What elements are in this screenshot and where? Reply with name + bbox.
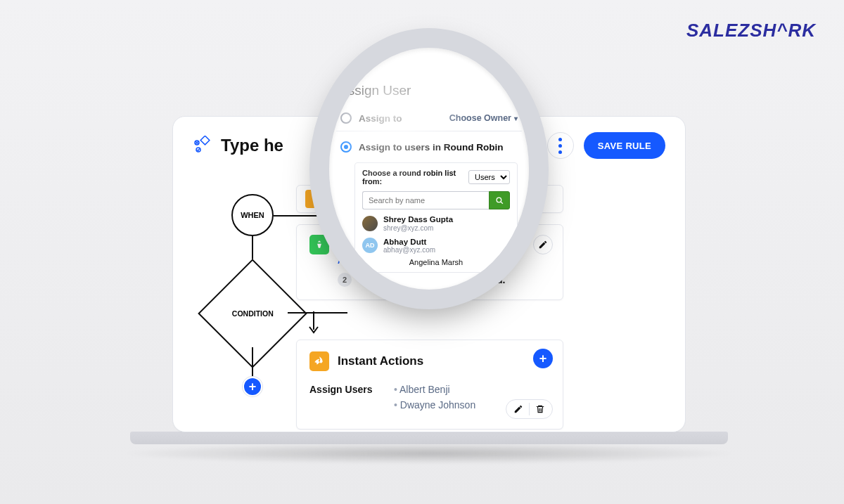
user-email: abhay@xyz.com	[383, 246, 435, 254]
step-badge: 2	[338, 273, 352, 287]
more-menu-button[interactable]	[547, 132, 574, 159]
rr-from-row: Choose a round robin list from: Users	[362, 169, 510, 186]
edit-conditions-button[interactable]	[533, 235, 553, 254]
lens-ring: Assign User Assign to Choose Owner ▾ Ass…	[309, 28, 549, 309]
rocket-icon	[309, 351, 329, 371]
user-name: Shrey Dass Gupta	[383, 215, 453, 224]
svg-point-3	[497, 198, 501, 202]
title-wrap: Type he	[193, 136, 283, 155]
action-controls	[506, 399, 553, 419]
edit-action-button[interactable]	[513, 404, 523, 414]
option-round-robin[interactable]: Assign to users in Round Robin	[336, 137, 522, 157]
assign-user-popover: Assign User Assign to Choose Owner ▾ Ass…	[309, 28, 549, 309]
separator	[529, 403, 530, 415]
list-item: Albert Benji	[394, 384, 475, 395]
radio-unchecked-icon	[340, 112, 352, 124]
chevron-down-icon: ▾	[514, 115, 518, 122]
user-meta: Shrey Dass Gupta shrey@xyz.com	[383, 215, 453, 232]
user-name: Abhay Dutt	[383, 238, 435, 247]
search-input[interactable]	[362, 191, 489, 209]
save-rule-button[interactable]: SAVE RULE	[584, 132, 665, 159]
assign-user-title: Assign User	[339, 83, 522, 98]
list-item: Dwayne Johnson	[394, 399, 475, 411]
when-label: WHEN	[241, 211, 264, 219]
rr-source-select[interactable]: Users	[468, 170, 510, 184]
assign-users-label: Assign Users	[309, 384, 380, 415]
user-result[interactable]: AD Abhay Dutt abhay@xyz.com	[362, 238, 510, 254]
add-action-button[interactable]: +	[533, 349, 553, 368]
instant-actions-title: Instant Actions	[338, 354, 423, 368]
dropdown-label: Choose Owner	[449, 113, 511, 123]
search-button[interactable]	[489, 191, 510, 209]
header-actions: SAVE RULE	[547, 132, 665, 159]
radio-checked-icon	[340, 141, 352, 153]
rr-from-label: Choose a round robin list from:	[362, 169, 464, 186]
round-robin-panel: Choose a round robin list from: Users Sh…	[354, 162, 518, 273]
divider	[336, 131, 522, 131]
assigned-users-list: Albert Benji Dwayne Johnson	[394, 384, 475, 415]
assign-user-panel: Assign User Assign to Choose Owner ▾ Ass…	[336, 82, 522, 273]
option-assign-to[interactable]: Assign to Choose Owner ▾	[336, 108, 522, 128]
avatar	[362, 216, 378, 231]
option-label: Assign to users in Round Robin	[359, 142, 504, 153]
instant-actions-head: Instant Actions	[309, 351, 550, 371]
user-meta: Abhay Dutt abhay@xyz.com	[383, 238, 435, 254]
option-label: Assign to	[359, 113, 402, 124]
choose-owner-dropdown[interactable]: Choose Owner ▾	[449, 113, 518, 123]
arrow-down-icon	[307, 311, 320, 335]
page-title[interactable]: Type he	[221, 136, 283, 155]
when-node[interactable]: WHEN	[231, 194, 274, 236]
user-email: shrey@xyz.com	[383, 224, 453, 232]
delete-action-button[interactable]	[535, 404, 545, 414]
search-row	[362, 191, 510, 209]
add-node-button[interactable]: +	[243, 377, 262, 396]
user-result-name[interactable]: Angelina Marsh	[362, 258, 510, 266]
brand-logo: SALEZSH^RK	[686, 20, 816, 41]
user-result[interactable]: Shrey Dass Gupta shrey@xyz.com	[362, 215, 510, 232]
avatar: AD	[362, 238, 378, 253]
workflow-icon	[193, 136, 212, 155]
connector	[252, 347, 253, 378]
svg-rect-0	[200, 136, 210, 145]
condition-label: CONDITION	[232, 309, 274, 318]
instant-actions-card: Instant Actions + Assign Users Albert Be…	[296, 340, 563, 429]
